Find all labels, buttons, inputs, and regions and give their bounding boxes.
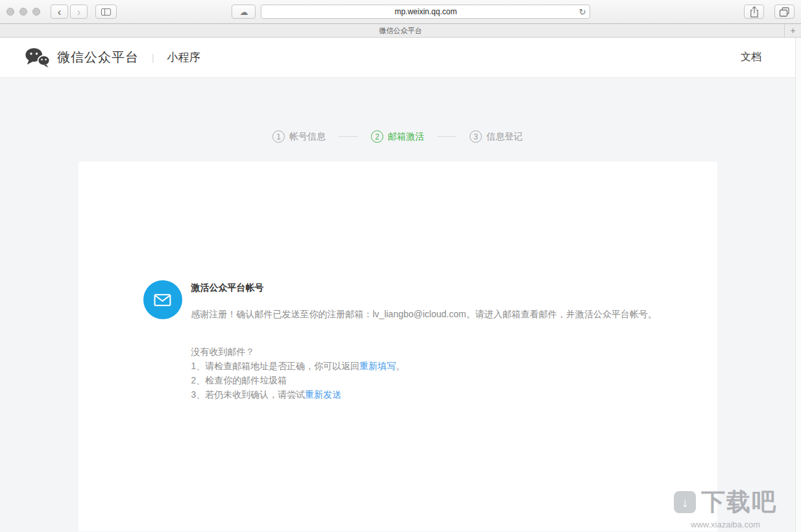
step-3-number: 3 xyxy=(470,130,482,143)
brand-title[interactable]: 微信公众平台 xyxy=(57,49,139,66)
no-mail-heading: 没有收到邮件？ xyxy=(191,345,657,359)
tab-bar: 微信公众平台 + xyxy=(0,24,801,38)
resend-link[interactable]: 重新发送 xyxy=(305,389,341,400)
registered-email: lv_liangbo@icloud.com xyxy=(373,309,466,319)
step-1-number: 1 xyxy=(272,130,285,143)
icloud-tabs-button[interactable]: ☁ xyxy=(232,5,256,19)
share-button[interactable] xyxy=(744,5,764,19)
site-header: 微信公众平台 | 小程序 文档 xyxy=(0,38,795,78)
wechat-logo-icon[interactable] xyxy=(25,47,51,68)
step-1-label: 帐号信息 xyxy=(289,131,326,143)
activation-message: 感谢注册！确认邮件已发送至你的注册邮箱：lv_liangbo@icloud.co… xyxy=(191,308,657,320)
page-scrollbar[interactable] xyxy=(795,38,801,532)
back-button[interactable]: ‹ xyxy=(51,5,68,19)
step-3-label: 信息登记 xyxy=(486,131,523,143)
step-separator xyxy=(339,136,358,137)
activation-title: 激活公众平台帐号 xyxy=(191,282,657,294)
window-controls xyxy=(6,8,40,16)
tip1-text: 1、请检查邮箱地址是否正确，你可以返回 xyxy=(191,361,360,371)
step-2-number: 2 xyxy=(371,130,383,143)
zoom-window-button[interactable] xyxy=(32,8,40,16)
back-icon: ‹ xyxy=(58,6,62,18)
activation-card: 激活公众平台帐号 感谢注册！确认邮件已发送至你的注册邮箱：lv_liangbo@… xyxy=(78,162,717,531)
cloud-icon: ☁ xyxy=(239,8,248,16)
minimize-window-button[interactable] xyxy=(19,8,27,16)
refill-link[interactable]: 重新填写 xyxy=(359,361,396,371)
download-site-logo-icon: ↓ xyxy=(674,491,696,513)
refresh-icon[interactable]: ↻ xyxy=(579,7,586,17)
tip-check-address: 1、请检查邮箱地址是否正确，你可以返回重新填写。 xyxy=(191,359,657,373)
forward-icon: › xyxy=(77,6,81,18)
watermark-url: www.xiazaiba.com xyxy=(674,520,777,529)
tip1-end: 。 xyxy=(396,361,405,371)
step-2-label: 邮箱激活 xyxy=(388,131,424,143)
watermark-title: 下载吧 xyxy=(701,486,777,518)
tip-check-spam: 2、检查你的邮件垃圾箱 xyxy=(191,373,657,387)
close-window-button[interactable] xyxy=(6,8,14,16)
forward-button[interactable]: › xyxy=(70,5,88,19)
plus-icon: + xyxy=(790,25,795,36)
page-body: 微信公众平台 | 小程序 文档 1 帐号信息 2 邮箱激活 3 信息登记 xyxy=(0,38,795,532)
email-circle-icon xyxy=(143,280,182,319)
address-bar[interactable]: mp.weixin.qq.com ↻ xyxy=(261,5,590,19)
address-url: mp.weixin.qq.com xyxy=(394,7,457,16)
header-divider: | xyxy=(152,53,154,63)
envelope-icon xyxy=(154,293,171,307)
browser-toolbar: ‹ › ☁ mp.weixin.qq.com ↻ xyxy=(0,0,801,24)
share-icon xyxy=(749,6,759,18)
nav-docs[interactable]: 文档 xyxy=(741,51,761,64)
step-email-activation: 2 邮箱激活 xyxy=(371,130,424,143)
message-prefix: 感谢注册！确认邮件已发送至你的注册邮箱： xyxy=(191,309,373,319)
sidebar-icon xyxy=(101,8,111,16)
step-account-info: 1 帐号信息 xyxy=(272,130,326,143)
tab-overview-icon xyxy=(779,6,790,18)
sidebar-toggle-button[interactable] xyxy=(95,5,117,19)
registration-steps: 1 帐号信息 2 邮箱激活 3 信息登记 xyxy=(0,130,795,143)
tab-overview-button[interactable] xyxy=(774,5,795,19)
message-suffix: 。请进入邮箱查看邮件，并激活公众平台帐号。 xyxy=(466,309,657,319)
watermark: ↓ 下载吧 www.xiazaiba.com xyxy=(674,486,777,529)
nav-mini-program[interactable]: 小程序 xyxy=(167,50,200,65)
tip3-text: 3、若仍未收到确认，请尝试 xyxy=(191,389,305,400)
step-separator xyxy=(437,136,457,137)
step-info-registration: 3 信息登记 xyxy=(470,130,523,143)
tab-weixin-mp[interactable]: 微信公众平台 xyxy=(379,26,422,36)
tip-resend: 3、若仍未收到确认，请尝试重新发送 xyxy=(191,387,657,402)
new-tab-button[interactable]: + xyxy=(784,24,801,37)
